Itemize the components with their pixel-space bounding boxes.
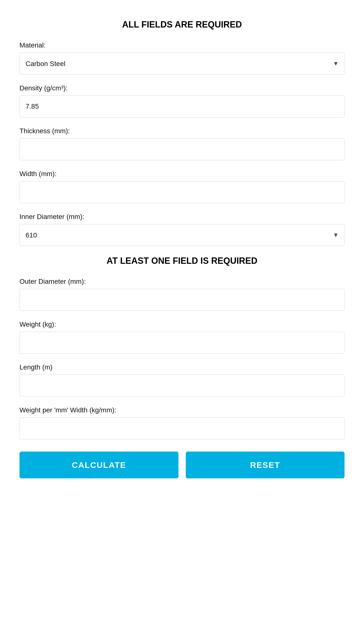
weight-label: Weight (kg):: [20, 320, 344, 328]
inner-diameter-field-group: Inner Diameter (mm): 610 508 406 305 254…: [20, 213, 344, 246]
weight-field-group: Weight (kg):: [20, 320, 344, 354]
weight-per-width-field-group: Weight per 'mm' Width (kg/mm):: [20, 406, 344, 439]
weight-per-width-input[interactable]: [20, 417, 344, 439]
length-label: Length (m): [20, 364, 344, 371]
button-row: CALCULATE RESET: [20, 452, 344, 478]
width-label: Width (mm):: [20, 170, 344, 178]
outer-diameter-label: Outer Diameter (mm):: [20, 278, 344, 286]
reset-button[interactable]: RESET: [186, 452, 345, 478]
material-label: Material:: [20, 41, 344, 49]
length-field-group: Length (m): [20, 364, 344, 396]
thickness-field-group: Thickness (mm):: [20, 127, 344, 160]
width-field-group: Width (mm):: [20, 170, 344, 203]
density-input[interactable]: [20, 96, 344, 117]
width-input[interactable]: [20, 181, 344, 203]
outer-diameter-field-group: Outer Diameter (mm):: [20, 278, 344, 311]
density-label: Density (g/cm³):: [20, 84, 344, 92]
thickness-label: Thickness (mm):: [20, 127, 344, 135]
outer-diameter-input[interactable]: [20, 289, 344, 311]
section1-title: ALL FIELDS ARE REQUIRED: [20, 20, 344, 30]
density-field-group: Density (g/cm³):: [20, 84, 344, 117]
inner-diameter-label: Inner Diameter (mm):: [20, 213, 344, 221]
section2-title: AT LEAST ONE FIELD IS REQUIRED: [20, 256, 344, 266]
material-field-group: Material: Carbon Steel Stainless Steel A…: [20, 41, 344, 75]
inner-diameter-select[interactable]: 610 508 406 305 254 203 152: [20, 224, 344, 246]
weight-per-width-label: Weight per 'mm' Width (kg/mm):: [20, 406, 344, 414]
material-select-wrapper: Carbon Steel Stainless Steel Aluminum Co…: [20, 52, 344, 75]
length-input[interactable]: [20, 375, 344, 396]
material-select[interactable]: Carbon Steel Stainless Steel Aluminum Co…: [20, 52, 344, 75]
weight-input[interactable]: [20, 332, 344, 354]
calculate-button[interactable]: CALCULATE: [20, 452, 179, 478]
inner-diameter-select-wrapper: 610 508 406 305 254 203 152: [20, 224, 344, 246]
thickness-input[interactable]: [20, 138, 344, 160]
